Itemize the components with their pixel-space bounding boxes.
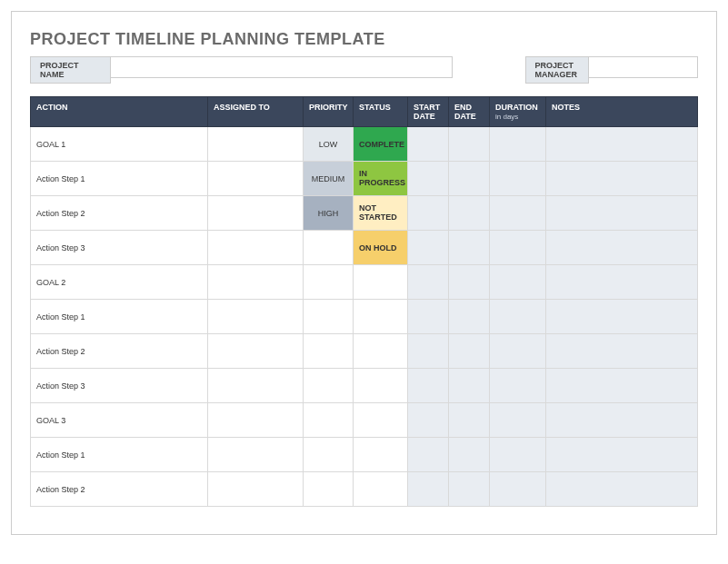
cell-assigned-to[interactable] bbox=[208, 231, 304, 265]
cell-end-date[interactable] bbox=[449, 334, 490, 369]
cell-assigned-to[interactable] bbox=[208, 127, 304, 162]
cell-action[interactable]: Action Step 2 bbox=[31, 472, 208, 507]
cell-end-date[interactable] bbox=[449, 127, 490, 162]
cell-duration[interactable] bbox=[490, 369, 546, 403]
col-end-header: END DATE bbox=[449, 97, 490, 127]
cell-start-date[interactable] bbox=[408, 162, 449, 196]
project-manager-input[interactable] bbox=[589, 56, 698, 78]
cell-status[interactable] bbox=[354, 403, 408, 438]
cell-status[interactable] bbox=[354, 472, 408, 507]
cell-start-date[interactable] bbox=[408, 369, 449, 403]
cell-notes[interactable] bbox=[546, 127, 698, 162]
cell-start-date[interactable] bbox=[408, 438, 449, 472]
cell-action[interactable]: GOAL 1 bbox=[31, 127, 208, 162]
project-name-input[interactable] bbox=[111, 56, 452, 78]
cell-assigned-to[interactable] bbox=[208, 403, 304, 438]
cell-notes[interactable] bbox=[546, 196, 698, 231]
cell-status[interactable] bbox=[354, 438, 408, 472]
cell-notes[interactable] bbox=[546, 369, 698, 403]
cell-action[interactable]: Action Step 2 bbox=[31, 196, 208, 231]
cell-end-date[interactable] bbox=[449, 403, 490, 438]
cell-priority[interactable] bbox=[304, 472, 354, 507]
col-duration-header: DURATION in days bbox=[490, 97, 546, 127]
cell-action[interactable]: Action Step 1 bbox=[31, 162, 208, 196]
cell-action[interactable]: Action Step 2 bbox=[31, 334, 208, 369]
cell-assigned-to[interactable] bbox=[208, 369, 304, 403]
cell-duration[interactable] bbox=[490, 196, 546, 231]
cell-action[interactable]: Action Step 1 bbox=[31, 438, 208, 472]
cell-duration[interactable] bbox=[490, 127, 546, 162]
cell-end-date[interactable] bbox=[449, 369, 490, 403]
cell-status[interactable]: IN PROGRESS bbox=[354, 162, 408, 196]
cell-status[interactable] bbox=[354, 265, 408, 300]
cell-priority[interactable] bbox=[304, 403, 354, 438]
cell-assigned-to[interactable] bbox=[208, 196, 304, 231]
cell-end-date[interactable] bbox=[449, 162, 490, 196]
cell-assigned-to[interactable] bbox=[208, 334, 304, 369]
cell-start-date[interactable] bbox=[408, 127, 449, 162]
cell-duration[interactable] bbox=[490, 162, 546, 196]
page-title: PROJECT TIMELINE PLANNING TEMPLATE bbox=[30, 30, 698, 49]
cell-action[interactable]: GOAL 2 bbox=[31, 265, 208, 300]
cell-end-date[interactable] bbox=[449, 196, 490, 231]
cell-end-date[interactable] bbox=[449, 438, 490, 472]
cell-start-date[interactable] bbox=[408, 265, 449, 300]
cell-assigned-to[interactable] bbox=[208, 472, 304, 507]
cell-notes[interactable] bbox=[546, 162, 698, 196]
cell-duration[interactable] bbox=[490, 334, 546, 369]
cell-end-date[interactable] bbox=[449, 300, 490, 334]
cell-start-date[interactable] bbox=[408, 231, 449, 265]
cell-priority[interactable]: HIGH bbox=[304, 196, 354, 231]
cell-priority[interactable] bbox=[304, 369, 354, 403]
cell-priority[interactable]: MEDIUM bbox=[304, 162, 354, 196]
cell-status[interactable]: COMPLETE bbox=[354, 127, 408, 162]
cell-notes[interactable] bbox=[546, 438, 698, 472]
cell-notes[interactable] bbox=[546, 334, 698, 369]
cell-start-date[interactable] bbox=[408, 403, 449, 438]
cell-assigned-to[interactable] bbox=[208, 162, 304, 196]
cell-duration[interactable] bbox=[490, 438, 546, 472]
cell-notes[interactable] bbox=[546, 265, 698, 300]
cell-assigned-to[interactable] bbox=[208, 438, 304, 472]
cell-priority[interactable] bbox=[304, 438, 354, 472]
cell-notes[interactable] bbox=[546, 300, 698, 334]
cell-start-date[interactable] bbox=[408, 334, 449, 369]
cell-status[interactable]: NOT STARTED bbox=[354, 196, 408, 231]
cell-action[interactable]: GOAL 3 bbox=[31, 403, 208, 438]
cell-duration[interactable] bbox=[490, 265, 546, 300]
cell-priority[interactable] bbox=[304, 231, 354, 265]
cell-start-date[interactable] bbox=[408, 472, 449, 507]
table-row: Action Step 2 bbox=[31, 334, 698, 369]
cell-notes[interactable] bbox=[546, 403, 698, 438]
cell-notes[interactable] bbox=[546, 231, 698, 265]
cell-duration[interactable] bbox=[490, 231, 546, 265]
cell-duration[interactable] bbox=[490, 472, 546, 507]
cell-status[interactable]: ON HOLD bbox=[354, 231, 408, 265]
cell-assigned-to[interactable] bbox=[208, 265, 304, 300]
col-status-header: STATUS bbox=[354, 97, 408, 127]
cell-notes[interactable] bbox=[546, 472, 698, 507]
cell-action[interactable]: Action Step 3 bbox=[31, 231, 208, 265]
table-row: Action Step 3 bbox=[31, 369, 698, 403]
cell-status[interactable] bbox=[354, 369, 408, 403]
table-header-row: ACTION ASSIGNED TO PRIORITY STATUS START… bbox=[31, 97, 698, 127]
cell-end-date[interactable] bbox=[449, 231, 490, 265]
cell-end-date[interactable] bbox=[449, 265, 490, 300]
cell-priority[interactable]: LOW bbox=[304, 127, 354, 162]
timeline-table: ACTION ASSIGNED TO PRIORITY STATUS START… bbox=[30, 96, 698, 507]
cell-action[interactable]: Action Step 1 bbox=[31, 300, 208, 334]
cell-status[interactable] bbox=[354, 334, 408, 369]
cell-start-date[interactable] bbox=[408, 300, 449, 334]
cell-priority[interactable] bbox=[304, 334, 354, 369]
cell-action[interactable]: Action Step 3 bbox=[31, 369, 208, 403]
cell-assigned-to[interactable] bbox=[208, 300, 304, 334]
cell-start-date[interactable] bbox=[408, 196, 449, 231]
cell-priority[interactable] bbox=[304, 300, 354, 334]
cell-duration[interactable] bbox=[490, 403, 546, 438]
table-row: Action Step 2HIGHNOT STARTED bbox=[31, 196, 698, 231]
cell-priority[interactable] bbox=[304, 265, 354, 300]
cell-duration[interactable] bbox=[490, 300, 546, 334]
cell-end-date[interactable] bbox=[449, 472, 490, 507]
cell-status[interactable] bbox=[354, 300, 408, 334]
table-row: Action Step 1 bbox=[31, 300, 698, 334]
